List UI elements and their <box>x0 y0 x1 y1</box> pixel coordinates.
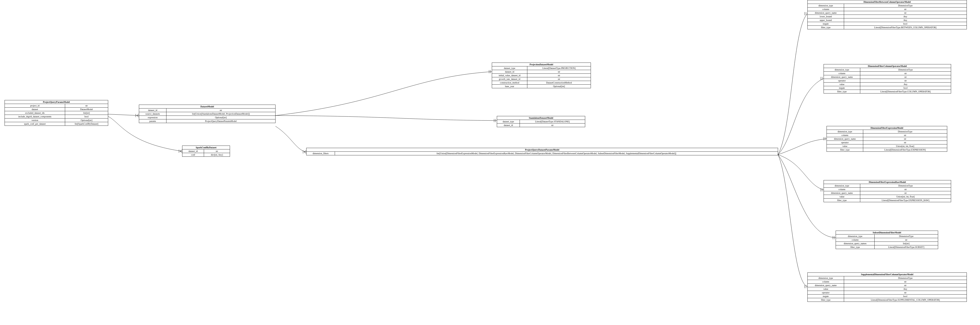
field-name: value <box>824 82 860 86</box>
entity-title: DatasetModel <box>139 105 275 108</box>
svg-line-15 <box>304 152 306 154</box>
svg-line-7 <box>137 116 139 117</box>
field-type: Optional[str] <box>65 119 108 122</box>
entity-row: dimension_query_namestr <box>824 191 951 195</box>
entity-row: dimension_typeDimensionType <box>824 68 951 71</box>
field-type: Literal[DimensionFilterType.BETWEEN_COLU… <box>844 26 967 29</box>
entity-dimensionFilterExpressionModel: DimensionFilterExpressionModeldimension_… <box>827 126 947 152</box>
field-type: str <box>860 188 951 191</box>
entity-row: versionOptional[str] <box>5 119 108 122</box>
entity-row: dimension_query_namestr <box>827 137 947 141</box>
field-name: dimension_query_name <box>824 75 860 79</box>
field-name: negate <box>808 22 844 25</box>
entity-supplementalDimensionFilterColumnOperatorModel: SupplementalDimensionFilterColumnOperato… <box>807 273 967 302</box>
entity-row: valueUnion[str, int, float] <box>824 195 951 198</box>
field-type: Literal[DimensionFilterType.COLUMN_OPERA… <box>860 90 951 93</box>
entity-row: dataset_idstr <box>497 124 585 127</box>
field-type: str <box>167 108 275 112</box>
entity-row: negatebool <box>808 295 967 298</box>
field-type: str <box>863 137 947 141</box>
field-type: str <box>204 149 230 153</box>
field-name: version <box>5 119 65 122</box>
entity-sparkConfByDataset: SparkConfByDatasetdataset_idstrconfdict[… <box>182 146 230 157</box>
entity-title: ProjectQueryParamsModel <box>5 100 108 104</box>
field-type: dict[str, Any] <box>204 153 230 157</box>
entity-row: expressionOptional[str] <box>139 116 275 119</box>
entity-row: operatorstr <box>824 79 951 82</box>
entity-row: columnstr <box>824 188 951 191</box>
entity-row: include_dsgrid_dataset_componentsbool <box>5 115 108 119</box>
field-type: Literal[DatasetType.STANDALONE] <box>520 120 585 123</box>
field-name: dataset_id <box>492 70 527 73</box>
field-name: dataset_type <box>492 67 527 70</box>
entity-row: columnstr <box>836 238 938 242</box>
field-type: str <box>527 77 591 81</box>
field-type: bool <box>844 22 967 25</box>
entity-row: upper_boundAny <box>808 18 967 22</box>
field-type: DimensionType <box>844 4 967 7</box>
diagram-canvas: ProjectQueryParamsModelproject_idstrdata… <box>0 0 980 325</box>
entity-row: operatorstr <box>827 141 947 144</box>
field-type: Any <box>844 15 967 18</box>
field-type: ProjectQueryDatasetParamsModel <box>167 119 275 123</box>
field-name: column <box>824 71 860 75</box>
field-type: str <box>520 124 585 127</box>
field-name: dimension_type <box>808 4 844 7</box>
field-type: str <box>844 280 967 284</box>
field-name: dataset_id <box>139 108 167 112</box>
field-type: str <box>860 75 951 79</box>
field-name: project_id <box>5 104 65 107</box>
entity-standaloneDatasetModel: StandaloneDatasetModeldataset_typeLitera… <box>497 116 585 127</box>
field-type: bool <box>65 115 108 118</box>
entity-row: construction_methodDatasetConstructionMe… <box>492 81 591 85</box>
svg-line-3 <box>180 151 182 153</box>
field-name: dimension_type <box>808 276 844 280</box>
entity-row: filter_typeLiteral[DimensionFilterType.S… <box>836 246 938 249</box>
field-type: str <box>844 8 967 11</box>
field-name: column <box>836 238 875 241</box>
entity-title: DimensionFilterExpressionRawModel <box>824 180 951 184</box>
entity-row: dimension_typeDimensionType <box>808 276 967 280</box>
field-type: list[Union[DimensionFilterExpressionMode… <box>335 152 778 155</box>
field-type: Literal[DimensionFilterType.SUPPLEMENTAL… <box>844 298 967 301</box>
field-type: str <box>844 11 967 14</box>
field-name: value <box>808 287 844 291</box>
field-name: initial_value_dataset_id <box>492 74 527 77</box>
field-name: conf <box>182 153 204 157</box>
field-name: params <box>139 119 167 123</box>
entity-row: project_idstr <box>5 104 108 108</box>
entity-title: SubsetDimensionFilterModel <box>836 231 938 235</box>
field-type: str <box>860 71 951 75</box>
field-name: dimension_query_name <box>808 284 844 287</box>
entity-row: negatebool <box>824 86 951 90</box>
field-name: filter_type <box>824 198 860 202</box>
field-name: column <box>808 8 844 11</box>
entity-row: dimension_query_namestr <box>808 284 967 287</box>
field-type: str <box>527 74 591 77</box>
field-name: negate <box>824 86 860 90</box>
entity-row: filter_typeLiteral[DimensionFilterType.E… <box>824 198 951 202</box>
entity-row: columnstr <box>824 71 951 75</box>
entity-row: operatorstr <box>808 291 967 295</box>
field-name: spark_conf_per_dataset <box>5 122 65 125</box>
entity-row: columnstr <box>808 8 967 11</box>
field-type: Any <box>844 18 967 22</box>
field-name: column <box>808 280 844 284</box>
field-type: Optional[int] <box>527 85 591 88</box>
field-name: operator <box>808 291 844 294</box>
entity-row: filter_typeLiteral[DimensionFilterType.B… <box>808 26 967 29</box>
field-name: dimension_query_name <box>808 11 844 14</box>
field-name: dimension_query_names <box>836 242 875 245</box>
field-type: DimensionType <box>860 184 951 187</box>
field-name: expression <box>139 116 167 119</box>
entity-row: dimension_query_namestr <box>824 75 951 79</box>
field-type: Literal[DimensionFilterType.SUBSET] <box>875 246 938 249</box>
field-name: value <box>824 195 860 198</box>
entity-datasetModel: DatasetModeldataset_idstrsource_datasets… <box>139 105 275 123</box>
field-type: DimensionType <box>875 235 938 238</box>
entity-row: dimension_query_nameslist[str] <box>836 242 938 246</box>
field-name: dataset <box>5 108 65 111</box>
field-name: source_datasets <box>139 112 167 116</box>
field-name: construction_method <box>492 81 527 84</box>
entity-subsetDimensionFilterModel: SubsetDimensionFilterModeldimension_type… <box>836 231 938 249</box>
